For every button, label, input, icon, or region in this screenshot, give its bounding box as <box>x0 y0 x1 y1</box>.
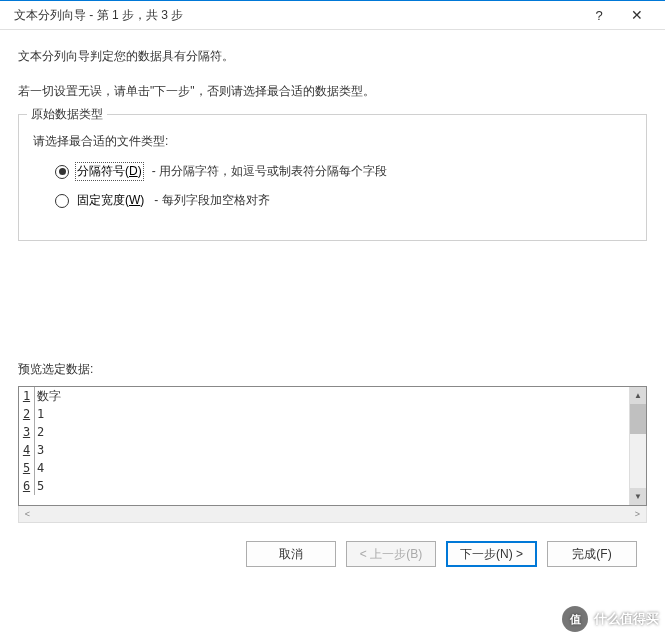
intro-text-2: 若一切设置无误，请单击"下一步"，否则请选择最合适的数据类型。 <box>18 83 647 100</box>
preview-body: 1 数字 2 1 3 2 4 3 5 4 6 5 <box>19 387 629 505</box>
preview-rownum: 6 <box>19 477 35 495</box>
radio-fixed-label: 固定宽度(W) <box>75 191 146 210</box>
radio-fixed-row[interactable]: 固定宽度(W) - 每列字段加空格对齐 <box>33 191 632 210</box>
close-button[interactable]: ✕ <box>617 7 657 23</box>
dialog-title: 文本分列向导 - 第 1 步，共 3 步 <box>14 7 581 24</box>
group-subtitle: 请选择最合适的文件类型: <box>33 133 632 150</box>
preview-rownum: 4 <box>19 441 35 459</box>
scroll-up-icon[interactable]: ▲ <box>630 387 646 404</box>
preview-cell: 4 <box>35 459 44 477</box>
preview-cell: 2 <box>35 423 44 441</box>
next-button[interactable]: 下一步(N) > <box>446 541 537 567</box>
preview-cell: 3 <box>35 441 44 459</box>
preview-rownum: 3 <box>19 423 35 441</box>
radio-delimited[interactable] <box>55 165 69 179</box>
preview-rownum: 5 <box>19 459 35 477</box>
finish-button[interactable]: 完成(F) <box>547 541 637 567</box>
radio-delimited-desc: - 用分隔字符，如逗号或制表符分隔每个字段 <box>152 163 387 180</box>
radio-fixed[interactable] <box>55 194 69 208</box>
watermark-icon: 值 <box>562 606 588 632</box>
intro-text-1: 文本分列向导判定您的数据具有分隔符。 <box>18 48 647 65</box>
scroll-down-icon[interactable]: ▼ <box>630 488 646 505</box>
back-button: < 上一步(B) <box>346 541 436 567</box>
scroll-thumb[interactable] <box>630 404 646 434</box>
radio-delimited-row[interactable]: 分隔符号(D) - 用分隔字符，如逗号或制表符分隔每个字段 <box>33 162 632 181</box>
preview-row: 2 1 <box>19 405 629 423</box>
group-legend: 原始数据类型 <box>27 106 107 123</box>
preview-hscroll[interactable]: < > <box>18 506 647 523</box>
help-button[interactable]: ? <box>581 8 617 23</box>
preview-vscroll[interactable]: ▲ ▼ <box>629 387 646 505</box>
preview-cell: 1 <box>35 405 44 423</box>
preview-row: 6 5 <box>19 477 629 495</box>
watermark: 值 什么值得买 <box>562 606 659 632</box>
cancel-button[interactable]: 取消 <box>246 541 336 567</box>
preview-rownum: 2 <box>19 405 35 423</box>
scroll-left-icon[interactable]: < <box>19 506 36 522</box>
button-row: 取消 < 上一步(B) 下一步(N) > 完成(F) <box>18 523 647 567</box>
data-type-group: 原始数据类型 请选择最合适的文件类型: 分隔符号(D) - 用分隔字符，如逗号或… <box>18 114 647 241</box>
preview-pane: 1 数字 2 1 3 2 4 3 5 4 6 5 <box>18 386 647 506</box>
preview-cell: 5 <box>35 477 44 495</box>
preview-row: 1 数字 <box>19 387 629 405</box>
preview-row: 3 2 <box>19 423 629 441</box>
radio-delimited-label: 分隔符号(D) <box>75 162 144 181</box>
preview-row: 4 3 <box>19 441 629 459</box>
preview-rownum: 1 <box>19 387 35 405</box>
dialog-content: 文本分列向导判定您的数据具有分隔符。 若一切设置无误，请单击"下一步"，否则请选… <box>0 30 665 567</box>
titlebar: 文本分列向导 - 第 1 步，共 3 步 ? ✕ <box>0 0 665 30</box>
preview-cell: 数字 <box>35 387 61 405</box>
scroll-right-icon[interactable]: > <box>629 506 646 522</box>
preview-label: 预览选定数据: <box>18 361 647 378</box>
radio-fixed-desc: - 每列字段加空格对齐 <box>154 192 269 209</box>
preview-row: 5 4 <box>19 459 629 477</box>
watermark-text: 什么值得买 <box>594 610 659 628</box>
